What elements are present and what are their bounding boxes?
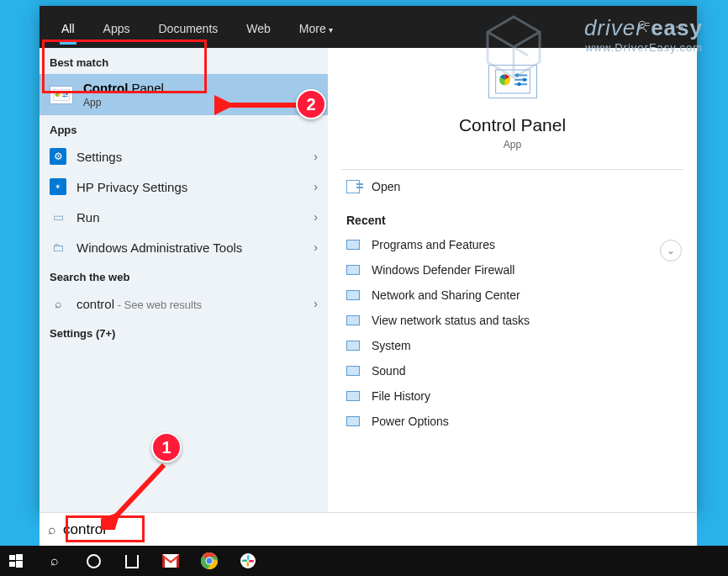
recent-item[interactable]: File History [328,383,697,409]
expand-toggle[interactable]: ⌄ [660,240,682,262]
panel-item-icon [346,265,360,275]
preview-right-pane: Control Panel App Open ⌄ Recent Programs… [328,48,697,512]
svg-rect-20 [16,561,23,568]
taskbar-search-icon[interactable]: ⌕ [45,552,64,570]
tab-documents[interactable]: Documents [148,10,228,45]
result-run[interactable]: ▭ Run › [40,202,328,232]
search-bar: ⌕ [40,512,697,546]
cortana-icon[interactable] [84,552,103,570]
chevron-right-icon: › [314,297,318,310]
best-match-label: Best match [40,48,328,74]
open-action[interactable]: Open [328,170,697,203]
best-match-result[interactable]: Control Panel App [40,74,328,115]
more-options-icon[interactable]: ··· [670,19,685,34]
result-hp-privacy[interactable]: ✶ HP Privacy Settings › [40,172,328,202]
best-match-title: Control Panel [83,81,164,95]
task-view-icon[interactable] [123,552,141,570]
control-panel-icon [50,86,73,104]
chrome-icon[interactable] [200,552,219,570]
panel-item-icon [346,290,360,300]
result-settings[interactable]: ⚙ Settings › [40,141,328,172]
svg-point-16 [517,82,520,86]
control-panel-icon-large [488,65,537,98]
svg-point-6 [63,91,65,92]
chevron-down-icon: ▾ [329,25,333,34]
tab-apps[interactable]: Apps [93,10,140,45]
svg-point-14 [515,73,519,77]
search-web-result[interactable]: ⌕ control - See web results › [40,288,328,319]
search-icon: ⌕ [48,522,56,537]
tab-all[interactable]: All [51,10,85,45]
panel-item-icon [346,240,360,250]
panel-item-icon [346,315,360,325]
run-icon: ▭ [50,209,66,225]
chevron-right-icon: › [314,180,318,193]
gear-icon: ⚙ [50,148,66,165]
panel-item-icon [346,416,360,426]
privacy-icon: ✶ [50,178,66,195]
best-match-subtitle: App [83,97,164,108]
result-admin-tools[interactable]: 🗀 Windows Administrative Tools › [40,232,328,262]
results-left-pane: Best match Control Panel App Apps ⚙ Sett… [40,48,328,512]
slack-icon[interactable] [239,552,257,570]
recent-item[interactable]: Windows Defender Firewall [328,257,697,283]
result-label: Run [76,210,100,225]
svg-point-0 [639,21,646,28]
panel-item-icon [346,391,360,401]
chevron-right-icon: › [314,150,318,163]
tools-icon: 🗀 [50,239,66,256]
open-label: Open [372,180,400,193]
recent-item[interactable]: Network and Sharing Center [328,283,697,308]
tab-more[interactable]: More▾ [289,10,343,45]
recent-label: Recent [328,203,697,232]
panel-item-icon [346,341,360,351]
tab-web[interactable]: Web [236,10,281,45]
recent-item[interactable]: Sound [328,358,697,383]
svg-point-8 [64,95,66,97]
recent-item[interactable]: View network status and tasks [328,308,697,333]
result-label: HP Privacy Settings [76,180,187,194]
start-button[interactable] [7,552,25,570]
search-web-label: Search the web [40,262,328,288]
preview-title: Control Panel [328,115,697,135]
svg-rect-27 [247,555,250,560]
svg-point-7 [66,93,68,95]
search-icon: ⌕ [50,295,66,312]
feedback-icon[interactable] [636,19,652,34]
start-search-panel: All Apps Documents Web More▾ ··· Best ma… [40,6,697,512]
taskbar: ⌕ [0,546,728,576]
svg-rect-19 [9,562,15,567]
settings-more-label[interactable]: Settings (7+) [40,319,328,348]
svg-rect-13 [514,83,527,85]
apps-section-label: Apps [40,115,328,141]
svg-rect-29 [247,562,250,567]
svg-point-25 [207,558,213,564]
svg-rect-18 [16,554,23,560]
svg-rect-28 [242,560,247,563]
recent-item[interactable]: Programs and Features [328,232,697,257]
search-tabs: All Apps Documents Web More▾ ··· [40,6,697,48]
recent-item[interactable]: Power Options [328,409,697,434]
svg-rect-30 [249,560,254,563]
search-input[interactable] [63,521,231,538]
open-icon [346,180,360,193]
chevron-right-icon: › [314,240,318,254]
recent-item[interactable]: System [328,333,697,358]
panel-item-icon [346,366,360,376]
result-label: Settings [76,150,122,164]
result-label: Windows Administrative Tools [76,240,242,255]
gmail-icon[interactable] [161,552,180,570]
preview-subtitle: App [328,139,697,151]
svg-rect-17 [9,555,15,560]
chevron-right-icon: › [314,210,318,224]
svg-point-15 [522,78,525,82]
